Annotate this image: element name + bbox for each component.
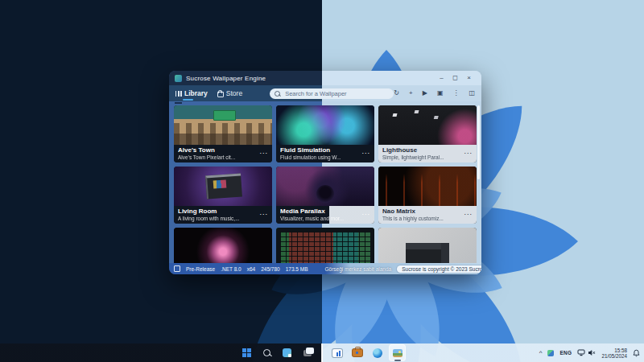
tile-label-band: Living Room A living room with music,...… bbox=[174, 206, 272, 224]
tile-label-band: Media Parallax Visualizer, music and mor… bbox=[276, 206, 374, 224]
tile-menu-button[interactable]: ... bbox=[259, 147, 268, 155]
network-volume-group[interactable] bbox=[577, 349, 596, 356]
search-icon bbox=[263, 349, 270, 356]
globe-icon bbox=[373, 348, 382, 358]
tile-menu-button[interactable]: ... bbox=[464, 208, 473, 216]
window-title: Sucrose Wallpaper Engine bbox=[186, 75, 266, 82]
wallpaper-tile-lighthouse[interactable]: Lighthouse Simple, lightweight Paral... … bbox=[378, 105, 477, 162]
tray-overflow-chevron[interactable]: ^ bbox=[539, 349, 543, 357]
tile-subtitle: Alve's Town Pixelart cit... bbox=[178, 154, 268, 161]
tile-subtitle: This is a highly customiz... bbox=[382, 216, 473, 222]
clock-time: 15:58 bbox=[601, 348, 627, 353]
tile-menu-button[interactable]: ... bbox=[259, 208, 268, 216]
wallpaper-search-box[interactable] bbox=[270, 88, 394, 99]
periodic-table-thumbnail bbox=[276, 228, 374, 263]
status-hint: Görseği merkez sabit alanda bbox=[324, 266, 391, 272]
toolbox-app-button[interactable] bbox=[349, 344, 365, 361]
task-view-button[interactable] bbox=[299, 344, 316, 361]
tile-subtitle: Simple, lightweight Paral... bbox=[382, 154, 473, 161]
display-icon[interactable]: ▣ bbox=[437, 85, 444, 101]
tab-store-label: Store bbox=[226, 89, 242, 97]
tile-title: Alve's Town bbox=[178, 146, 268, 154]
bell-icon bbox=[633, 349, 640, 357]
wallpaper-tile-media-parallax[interactable]: Media Parallax Visualizer, music and mor… bbox=[276, 167, 374, 224]
task-view-icon bbox=[303, 350, 312, 356]
motherboard-thumbnail bbox=[378, 228, 477, 263]
more-options-icon[interactable]: ⋮ bbox=[452, 85, 459, 101]
tile-subtitle: Visualizer, music and mor... bbox=[280, 216, 370, 222]
tray-app-icon[interactable] bbox=[547, 350, 554, 356]
taskbar: ^ ENG 15:58 21/05/2024 bbox=[0, 343, 644, 362]
tab-library-label: Library bbox=[184, 89, 208, 97]
chart-window-icon bbox=[332, 349, 342, 357]
search-input[interactable] bbox=[283, 89, 389, 98]
browser-app-button[interactable] bbox=[369, 344, 386, 361]
library-icon bbox=[175, 91, 182, 97]
tab-store[interactable]: Store bbox=[217, 89, 242, 97]
tile-label-band: Fluid Simulation Fluid simulation using … bbox=[276, 145, 374, 162]
tile-menu-button[interactable]: ... bbox=[361, 147, 370, 155]
content-top-marker bbox=[175, 102, 182, 104]
store-bag-icon bbox=[217, 92, 224, 97]
tile-menu-button[interactable]: ... bbox=[464, 147, 473, 155]
tile-title: Media Parallax bbox=[280, 208, 370, 216]
window-controls: – ◻ × bbox=[435, 71, 476, 85]
tile-label-band: Nao Matrix This is a highly customiz... … bbox=[378, 206, 477, 224]
wallpaper-tile-motherboard[interactable] bbox=[378, 228, 477, 263]
wallpaper-count: 245/780 bbox=[261, 266, 280, 272]
app-toolbar: Library Store ↻ + ▶ ▣ ⋮ ◫ bbox=[169, 85, 481, 101]
tile-subtitle: Fluid simulation using W... bbox=[280, 154, 370, 161]
taskbar-search-button[interactable] bbox=[258, 344, 275, 361]
wallpaper-grid: Alve's Town Alve's Town Pixelart cit... … bbox=[169, 101, 481, 263]
language-indicator[interactable]: ENG bbox=[559, 350, 572, 356]
wallpaper-tile-jellyfish[interactable] bbox=[174, 228, 272, 263]
play-icon[interactable]: ▶ bbox=[423, 85, 427, 101]
nao-matrix-thumbnail bbox=[378, 167, 477, 206]
clock[interactable]: 15:58 21/05/2024 bbox=[601, 348, 627, 359]
tile-title: Living Room bbox=[178, 208, 268, 216]
tile-title: Fluid Simulation bbox=[280, 146, 370, 154]
fluid-simulation-thumbnail bbox=[276, 105, 374, 145]
vertical-scrollbar[interactable] bbox=[477, 105, 480, 179]
lighthouse-thumbnail bbox=[378, 105, 477, 145]
tile-title: Lighthouse bbox=[382, 146, 473, 154]
tile-label-band: Alve's Town Alve's Town Pixelart cit... … bbox=[174, 145, 272, 162]
wallpaper-tile-alves-town[interactable]: Alve's Town Alve's Town Pixelart cit... … bbox=[174, 105, 272, 162]
release-badge: Pre-Release bbox=[186, 266, 215, 272]
monitor-app-button[interactable] bbox=[328, 344, 345, 361]
sucrose-taskbar-button[interactable] bbox=[389, 344, 406, 361]
clock-date: 21/05/2024 bbox=[601, 353, 627, 359]
wallpaper-picture-icon bbox=[393, 349, 402, 357]
widgets-icon bbox=[283, 348, 291, 357]
wallpaper-tile-living-room[interactable]: Living Room A living room with music,...… bbox=[174, 167, 272, 224]
status-bar: Pre-Release .NET 8.0 x64 245/780 173.5 M… bbox=[169, 263, 481, 274]
tile-title: Nao Matrix bbox=[382, 208, 473, 216]
wallpaper-tile-periodic-table[interactable] bbox=[276, 228, 374, 263]
close-button[interactable]: × bbox=[462, 71, 476, 85]
window-titlebar[interactable]: Sucrose Wallpaper Engine – ◻ × bbox=[169, 71, 481, 85]
notification-bell-button[interactable] bbox=[633, 349, 640, 357]
tab-library[interactable]: Library bbox=[175, 89, 208, 97]
tile-menu-button[interactable]: ... bbox=[361, 208, 370, 216]
wallpaper-tile-fluid-simulation[interactable]: Fluid Simulation Fluid simulation using … bbox=[276, 105, 374, 162]
history-icon[interactable]: ↻ bbox=[394, 85, 399, 101]
settings-icon[interactable]: ◫ bbox=[469, 85, 475, 101]
tile-subtitle: A living room with music,... bbox=[178, 216, 268, 222]
start-button[interactable] bbox=[238, 344, 255, 361]
maximize-button[interactable]: ◻ bbox=[448, 71, 462, 85]
widgets-button[interactable] bbox=[279, 344, 295, 361]
search-icon bbox=[275, 91, 280, 97]
toolbar-actions: ↻ + ▶ ▣ ⋮ ◫ bbox=[394, 85, 475, 101]
network-icon bbox=[577, 349, 585, 356]
alves-town-thumbnail bbox=[174, 105, 272, 145]
copyright-label: Sucrose is copyright © 2023 Sucrose Cont… bbox=[397, 265, 481, 273]
taskbar-center-icons bbox=[238, 343, 406, 362]
add-wallpaper-icon[interactable]: + bbox=[409, 85, 413, 101]
wallpaper-tile-nao-matrix[interactable]: Nao Matrix This is a highly customiz... … bbox=[378, 167, 477, 224]
briefcase-icon bbox=[353, 349, 362, 356]
memory-usage: 173.5 MB bbox=[286, 266, 308, 272]
sucrose-app-window: Sucrose Wallpaper Engine – ◻ × Library S… bbox=[169, 71, 481, 274]
minimize-button[interactable]: – bbox=[435, 71, 448, 85]
volume-mute-icon bbox=[588, 349, 596, 356]
release-icon bbox=[174, 265, 180, 272]
